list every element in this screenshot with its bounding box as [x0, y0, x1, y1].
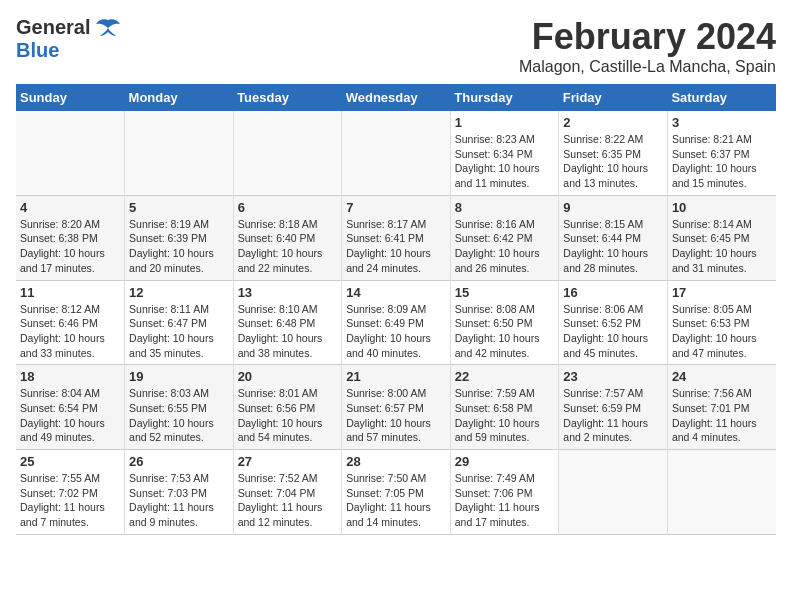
day-number: 28: [346, 454, 446, 469]
calendar-cell: 28Sunrise: 7:50 AM Sunset: 7:05 PM Dayli…: [342, 450, 451, 535]
calendar-cell: 21Sunrise: 8:00 AM Sunset: 6:57 PM Dayli…: [342, 365, 451, 450]
calendar-cell: [667, 450, 776, 535]
calendar-cell: [233, 111, 342, 195]
calendar-header-saturday: Saturday: [667, 84, 776, 111]
day-number: 12: [129, 285, 229, 300]
calendar-table: SundayMondayTuesdayWednesdayThursdayFrid…: [16, 84, 776, 535]
calendar-cell: 26Sunrise: 7:53 AM Sunset: 7:03 PM Dayli…: [125, 450, 234, 535]
calendar-header-row: SundayMondayTuesdayWednesdayThursdayFrid…: [16, 84, 776, 111]
day-number: 23: [563, 369, 663, 384]
calendar-cell: 23Sunrise: 7:57 AM Sunset: 6:59 PM Dayli…: [559, 365, 668, 450]
day-info: Sunrise: 8:21 AM Sunset: 6:37 PM Dayligh…: [672, 132, 772, 191]
calendar-header-monday: Monday: [125, 84, 234, 111]
calendar-cell: 17Sunrise: 8:05 AM Sunset: 6:53 PM Dayli…: [667, 280, 776, 365]
calendar-cell: 22Sunrise: 7:59 AM Sunset: 6:58 PM Dayli…: [450, 365, 559, 450]
day-info: Sunrise: 8:19 AM Sunset: 6:39 PM Dayligh…: [129, 217, 229, 276]
calendar-cell: 15Sunrise: 8:08 AM Sunset: 6:50 PM Dayli…: [450, 280, 559, 365]
calendar-week-row: 18Sunrise: 8:04 AM Sunset: 6:54 PM Dayli…: [16, 365, 776, 450]
day-number: 13: [238, 285, 338, 300]
day-info: Sunrise: 8:17 AM Sunset: 6:41 PM Dayligh…: [346, 217, 446, 276]
day-info: Sunrise: 8:23 AM Sunset: 6:34 PM Dayligh…: [455, 132, 555, 191]
calendar-cell: 19Sunrise: 8:03 AM Sunset: 6:55 PM Dayli…: [125, 365, 234, 450]
calendar-cell: [125, 111, 234, 195]
day-info: Sunrise: 8:16 AM Sunset: 6:42 PM Dayligh…: [455, 217, 555, 276]
location: Malagon, Castille-La Mancha, Spain: [519, 58, 776, 76]
day-number: 8: [455, 200, 555, 215]
calendar-cell: 29Sunrise: 7:49 AM Sunset: 7:06 PM Dayli…: [450, 450, 559, 535]
calendar-header-friday: Friday: [559, 84, 668, 111]
calendar-week-row: 11Sunrise: 8:12 AM Sunset: 6:46 PM Dayli…: [16, 280, 776, 365]
day-number: 10: [672, 200, 772, 215]
day-number: 24: [672, 369, 772, 384]
calendar-cell: 3Sunrise: 8:21 AM Sunset: 6:37 PM Daylig…: [667, 111, 776, 195]
day-number: 9: [563, 200, 663, 215]
logo: General Blue: [16, 16, 122, 62]
calendar-cell: [559, 450, 668, 535]
calendar-week-row: 4Sunrise: 8:20 AM Sunset: 6:38 PM Daylig…: [16, 195, 776, 280]
day-info: Sunrise: 8:09 AM Sunset: 6:49 PM Dayligh…: [346, 302, 446, 361]
day-number: 17: [672, 285, 772, 300]
day-number: 19: [129, 369, 229, 384]
month-title: February 2024: [519, 16, 776, 58]
calendar-cell: 1Sunrise: 8:23 AM Sunset: 6:34 PM Daylig…: [450, 111, 559, 195]
day-info: Sunrise: 8:00 AM Sunset: 6:57 PM Dayligh…: [346, 386, 446, 445]
day-number: 5: [129, 200, 229, 215]
day-info: Sunrise: 8:22 AM Sunset: 6:35 PM Dayligh…: [563, 132, 663, 191]
day-number: 4: [20, 200, 120, 215]
calendar-cell: 6Sunrise: 8:18 AM Sunset: 6:40 PM Daylig…: [233, 195, 342, 280]
logo-bird-icon: [94, 18, 122, 38]
calendar-header-wednesday: Wednesday: [342, 84, 451, 111]
calendar-cell: [342, 111, 451, 195]
calendar-cell: 8Sunrise: 8:16 AM Sunset: 6:42 PM Daylig…: [450, 195, 559, 280]
logo-general-text: General: [16, 16, 90, 39]
calendar-cell: 13Sunrise: 8:10 AM Sunset: 6:48 PM Dayli…: [233, 280, 342, 365]
day-number: 1: [455, 115, 555, 130]
day-info: Sunrise: 7:57 AM Sunset: 6:59 PM Dayligh…: [563, 386, 663, 445]
day-number: 11: [20, 285, 120, 300]
day-number: 25: [20, 454, 120, 469]
calendar-week-row: 1Sunrise: 8:23 AM Sunset: 6:34 PM Daylig…: [16, 111, 776, 195]
calendar-cell: 25Sunrise: 7:55 AM Sunset: 7:02 PM Dayli…: [16, 450, 125, 535]
page-header: General Blue February 2024 Malagon, Cast…: [16, 16, 776, 76]
day-info: Sunrise: 7:49 AM Sunset: 7:06 PM Dayligh…: [455, 471, 555, 530]
day-info: Sunrise: 7:50 AM Sunset: 7:05 PM Dayligh…: [346, 471, 446, 530]
day-number: 6: [238, 200, 338, 215]
day-number: 14: [346, 285, 446, 300]
title-block: February 2024 Malagon, Castille-La Manch…: [519, 16, 776, 76]
day-number: 18: [20, 369, 120, 384]
calendar-cell: 7Sunrise: 8:17 AM Sunset: 6:41 PM Daylig…: [342, 195, 451, 280]
calendar-cell: 5Sunrise: 8:19 AM Sunset: 6:39 PM Daylig…: [125, 195, 234, 280]
day-number: 7: [346, 200, 446, 215]
calendar-cell: 2Sunrise: 8:22 AM Sunset: 6:35 PM Daylig…: [559, 111, 668, 195]
day-info: Sunrise: 8:03 AM Sunset: 6:55 PM Dayligh…: [129, 386, 229, 445]
day-info: Sunrise: 7:52 AM Sunset: 7:04 PM Dayligh…: [238, 471, 338, 530]
calendar-cell: 14Sunrise: 8:09 AM Sunset: 6:49 PM Dayli…: [342, 280, 451, 365]
calendar-cell: 11Sunrise: 8:12 AM Sunset: 6:46 PM Dayli…: [16, 280, 125, 365]
day-number: 16: [563, 285, 663, 300]
day-number: 29: [455, 454, 555, 469]
calendar-cell: 18Sunrise: 8:04 AM Sunset: 6:54 PM Dayli…: [16, 365, 125, 450]
calendar-week-row: 25Sunrise: 7:55 AM Sunset: 7:02 PM Dayli…: [16, 450, 776, 535]
day-info: Sunrise: 8:12 AM Sunset: 6:46 PM Dayligh…: [20, 302, 120, 361]
day-number: 20: [238, 369, 338, 384]
calendar-cell: 9Sunrise: 8:15 AM Sunset: 6:44 PM Daylig…: [559, 195, 668, 280]
day-info: Sunrise: 7:55 AM Sunset: 7:02 PM Dayligh…: [20, 471, 120, 530]
day-info: Sunrise: 8:18 AM Sunset: 6:40 PM Dayligh…: [238, 217, 338, 276]
day-info: Sunrise: 7:59 AM Sunset: 6:58 PM Dayligh…: [455, 386, 555, 445]
calendar-cell: 20Sunrise: 8:01 AM Sunset: 6:56 PM Dayli…: [233, 365, 342, 450]
calendar-cell: 12Sunrise: 8:11 AM Sunset: 6:47 PM Dayli…: [125, 280, 234, 365]
day-number: 15: [455, 285, 555, 300]
day-info: Sunrise: 8:08 AM Sunset: 6:50 PM Dayligh…: [455, 302, 555, 361]
day-number: 2: [563, 115, 663, 130]
day-number: 22: [455, 369, 555, 384]
day-info: Sunrise: 8:14 AM Sunset: 6:45 PM Dayligh…: [672, 217, 772, 276]
day-info: Sunrise: 7:56 AM Sunset: 7:01 PM Dayligh…: [672, 386, 772, 445]
calendar-cell: 4Sunrise: 8:20 AM Sunset: 6:38 PM Daylig…: [16, 195, 125, 280]
day-info: Sunrise: 8:10 AM Sunset: 6:48 PM Dayligh…: [238, 302, 338, 361]
calendar-cell: [16, 111, 125, 195]
calendar-cell: 27Sunrise: 7:52 AM Sunset: 7:04 PM Dayli…: [233, 450, 342, 535]
calendar-header-thursday: Thursday: [450, 84, 559, 111]
day-info: Sunrise: 8:01 AM Sunset: 6:56 PM Dayligh…: [238, 386, 338, 445]
day-info: Sunrise: 8:05 AM Sunset: 6:53 PM Dayligh…: [672, 302, 772, 361]
day-info: Sunrise: 8:15 AM Sunset: 6:44 PM Dayligh…: [563, 217, 663, 276]
